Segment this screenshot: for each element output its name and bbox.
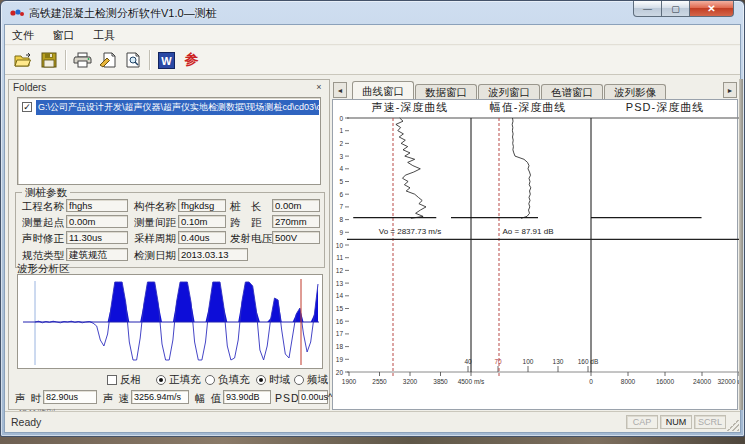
fill-negative-radio[interactable]	[205, 375, 215, 385]
open-button[interactable]	[11, 48, 36, 72]
menu-file[interactable]: 文件	[5, 25, 41, 43]
param-label: 测量间距	[134, 216, 176, 230]
folders-pane-title: Folders	[13, 82, 46, 93]
tab-wavetrain-window[interactable]: 波列窗口	[478, 84, 540, 99]
tab-scroll-right-icon[interactable]: ►	[723, 82, 737, 98]
invert-checkbox[interactable]	[107, 375, 117, 385]
param-field[interactable]: 270mm	[272, 215, 320, 228]
folders-pane-header[interactable]: Folders ×	[9, 80, 329, 95]
svg-text:10: 10	[336, 242, 344, 249]
invert-option[interactable]: 反相	[107, 373, 141, 387]
svg-text:Vo = 2837.73 m/s: Vo = 2837.73 m/s	[379, 227, 442, 236]
svg-text:4500 m/s: 4500 m/s	[458, 378, 485, 385]
svg-text:1: 1	[339, 127, 343, 134]
param-label: 构件名称	[134, 200, 176, 214]
param-field[interactable]: 0.00m	[272, 199, 320, 212]
sound-time-label: 声 时	[15, 392, 42, 406]
time-domain-radio[interactable]	[256, 375, 266, 385]
freq-domain-option[interactable]: 频域	[294, 373, 328, 387]
pane-right-edge	[739, 79, 743, 410]
tab-strip: ◄ 曲线窗口 数据窗口 波列窗口 色谱窗口 波列影像 ►	[332, 79, 743, 99]
param-field[interactable]: 2013.03.13	[178, 248, 248, 261]
svg-text:6: 6	[339, 191, 343, 198]
fill-positive-radio[interactable]	[156, 375, 166, 385]
svg-text:12: 12	[336, 267, 344, 274]
menu-tools[interactable]: 工具	[86, 25, 122, 43]
folders-pane: Folders × ✓ G:\公司产品设计开发\超声仪器\超声仪实地检测数据\现…	[8, 79, 330, 410]
waveform-options: 反相 正填充 负填充 时域 频域	[9, 373, 329, 387]
svg-text:13: 13	[336, 280, 344, 287]
param-label: 桩 长	[230, 200, 262, 214]
maximize-button[interactable]: ▢	[662, 1, 689, 17]
tab-spectrum-window[interactable]: 色谱窗口	[541, 84, 603, 99]
param-field[interactable]: 11.30us	[66, 231, 128, 244]
param-field[interactable]: fhghs	[66, 199, 128, 212]
svg-text:14: 14	[336, 292, 344, 299]
svg-text:9: 9	[339, 229, 343, 236]
print-button[interactable]	[70, 48, 95, 72]
fill-positive-option[interactable]: 正填充	[156, 373, 201, 387]
word-export-button[interactable]: W	[154, 48, 179, 72]
svg-text:18: 18	[336, 343, 344, 350]
groupbox-title: 测桩参数	[22, 186, 70, 200]
tab-wavetrain-image[interactable]: 波列影像	[604, 84, 666, 99]
svg-text:Ao = 87.91 dB: Ao = 87.91 dB	[503, 227, 554, 236]
tab-data-window[interactable]: 数据窗口	[415, 84, 477, 99]
title-bar[interactable]: 高铁建混凝土检测分析软件V1.0—测桩 — ▢ ✕	[1, 1, 744, 24]
param-field[interactable]: 0.40us	[178, 231, 226, 244]
param-field[interactable]: 建筑规范	[66, 248, 128, 261]
svg-text:16000: 16000	[656, 378, 674, 385]
menu-window[interactable]: 窗口	[45, 25, 81, 43]
svg-text:2: 2	[339, 140, 343, 147]
scroll-indicator: SCRL	[694, 415, 726, 429]
svg-text:130: 130	[553, 358, 564, 365]
folder-path[interactable]: G:\公司产品设计开发\超声仪器\超声仪实地检测数据\现场测桩cd\cd03\c…	[36, 100, 319, 115]
svg-text:70: 70	[494, 358, 502, 365]
depth-curves-chart: 01234567891011121314151617181920声速-深度曲线1…	[332, 99, 738, 410]
time-domain-option[interactable]: 时域	[256, 373, 290, 387]
param-label: 发射电压	[230, 232, 272, 246]
freq-domain-radio[interactable]	[294, 375, 304, 385]
svg-text:160 dB: 160 dB	[578, 358, 599, 365]
sound-velocity-label: 声 速	[103, 392, 130, 406]
waveform-plot[interactable]	[17, 274, 323, 369]
svg-text:3200: 3200	[403, 378, 418, 385]
param-field[interactable]: fhgkdsg	[178, 199, 226, 212]
svg-text:0: 0	[339, 115, 343, 122]
print-setup-button[interactable]	[95, 48, 120, 72]
printer-icon	[73, 52, 92, 68]
param-label: 规范类型	[22, 249, 64, 263]
param-field[interactable]: 500V	[272, 231, 320, 244]
param-label: 采样周期	[134, 232, 176, 246]
tab-scroll-left-icon[interactable]: ◄	[333, 82, 347, 98]
open-folder-icon	[14, 52, 33, 68]
fill-negative-option[interactable]: 负填充	[205, 373, 250, 387]
app-icon	[10, 6, 25, 19]
pile-params-groupbox: 测桩参数 工程名称 fhghs 构件名称 fhgkdsg 桩 长 0.00m 测…	[15, 192, 325, 268]
svg-text:8000: 8000	[621, 378, 636, 385]
pane-close-icon[interactable]: ×	[313, 82, 325, 93]
print-preview-button[interactable]	[120, 48, 145, 72]
minimize-button[interactable]: —	[633, 1, 662, 17]
app-window: 高铁建混凝土检测分析软件V1.0—测桩 — ▢ ✕ 文件 窗口 工具	[0, 0, 745, 437]
list-item[interactable]: ✓ G:\公司产品设计开发\超声仪器\超声仪实地检测数据\现场测桩cd\cd03…	[19, 100, 319, 114]
resize-grip[interactable]	[727, 419, 739, 431]
folder-listbox[interactable]: ✓ G:\公司产品设计开发\超声仪器\超声仪实地检测数据\现场测桩cd\cd03…	[17, 97, 321, 185]
sound-velocity-field[interactable]: 3256.94m/s	[131, 390, 189, 404]
client-area: 文件 窗口 工具	[4, 24, 741, 433]
readouts: 声 时 82.90us 声 速 3256.94m/s 幅 值 93.90dB P…	[9, 390, 329, 405]
params-button[interactable]: 参	[179, 48, 204, 72]
tab-curve-window[interactable]: 曲线窗口	[352, 81, 414, 99]
close-button[interactable]: ✕	[689, 1, 734, 17]
svg-text:16: 16	[336, 318, 344, 325]
folder-checkbox[interactable]: ✓	[22, 102, 32, 112]
svg-text:PSD-深度曲线: PSD-深度曲线	[626, 101, 704, 113]
params-char-icon: 参	[185, 51, 199, 69]
save-button[interactable]	[36, 48, 61, 72]
param-field[interactable]: 0.10m	[178, 215, 226, 228]
svg-text:1900: 1900	[342, 378, 357, 385]
psd-field[interactable]: 0.00us^2/m	[298, 390, 328, 404]
amplitude-field[interactable]: 93.90dB	[223, 390, 271, 404]
param-field[interactable]: 0.00m	[66, 215, 128, 228]
sound-time-field[interactable]: 82.90us	[43, 390, 97, 404]
